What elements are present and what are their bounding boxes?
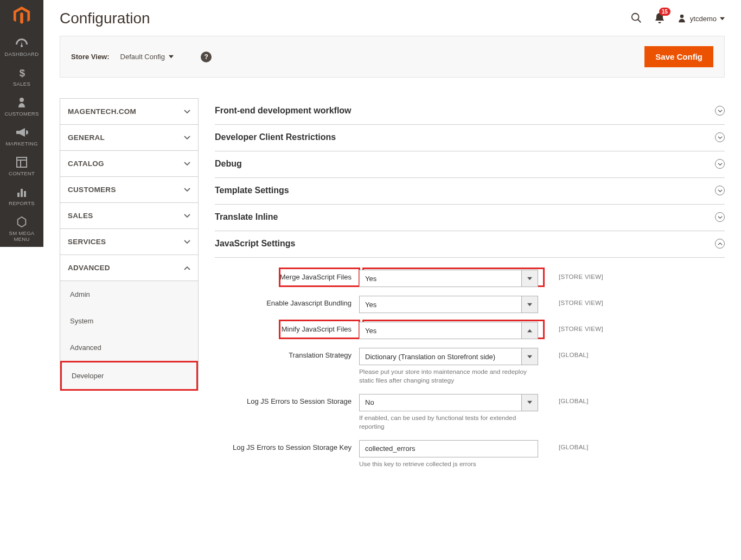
storeview-switcher[interactable]: Default Config	[120, 53, 174, 61]
nav-label: CONTENT	[0, 170, 43, 176]
subtab-developer[interactable]: Developer	[60, 361, 198, 391]
scope-label: [STORE VIEW]	[538, 322, 603, 332]
tab-label: SALES	[68, 212, 93, 220]
minify-js-select[interactable]: Yes	[359, 322, 538, 339]
section-javascript-settings[interactable]: JavaScript Settings	[215, 231, 725, 258]
tab-label: CATALOG	[68, 160, 104, 168]
tab-magentech[interactable]: MAGENTECH.COM	[60, 99, 198, 125]
tab-general[interactable]: GENERAL	[60, 125, 198, 151]
section-title: Debug	[215, 159, 242, 169]
person-icon	[0, 97, 43, 109]
svg-text:$: $	[20, 67, 25, 79]
dropdown-icon	[521, 270, 538, 287]
section-translate-inline[interactable]: Translate Inline	[215, 205, 725, 231]
section-title: Front-end development workflow	[215, 106, 352, 116]
select-value: Yes	[365, 327, 376, 335]
tab-sales[interactable]: SALES	[60, 203, 198, 229]
storeview-label: Store View:	[71, 53, 110, 61]
nav-dashboard[interactable]: DASHBOARD	[0, 31, 43, 61]
nav-label: DASHBOARD	[0, 51, 43, 57]
dollar-icon: $	[0, 67, 43, 79]
merge-js-select[interactable]: Yes	[359, 270, 538, 287]
chevron-down-icon	[720, 16, 725, 21]
section-title: Developer Client Restrictions	[215, 132, 336, 142]
nav-marketing[interactable]: MARKETING	[0, 121, 43, 151]
log-js-errors-key-input-wrap	[359, 440, 538, 457]
nav-customers[interactable]: CUSTOMERS	[0, 91, 43, 121]
section-debug[interactable]: Debug	[215, 151, 725, 178]
tab-services[interactable]: SERVICES	[60, 229, 198, 255]
page-title: Configuration	[60, 10, 150, 27]
log-js-errors-select[interactable]: No	[359, 394, 538, 411]
tab-catalog[interactable]: CATALOG	[60, 151, 198, 177]
search-icon	[630, 12, 642, 24]
chevron-down-icon	[184, 213, 190, 219]
nav-label: CUSTOMERS	[0, 111, 43, 117]
tab-advanced-children: Admin System Advanced Developer	[60, 281, 198, 391]
expand-icon	[715, 106, 725, 116]
storeview-bar: Store View: Default Config ? Save Config	[60, 36, 725, 78]
subtab-system[interactable]: System	[60, 308, 198, 334]
tab-advanced[interactable]: ADVANCED	[60, 255, 198, 281]
save-config-button[interactable]: Save Config	[644, 46, 713, 67]
tab-label: MAGENTECH.COM	[68, 107, 136, 116]
page-header: Configuration 15 ytcdemo	[60, 0, 725, 30]
section-client-restrictions[interactable]: Developer Client Restrictions	[215, 125, 725, 151]
chevron-down-icon	[184, 239, 190, 245]
nav-reports[interactable]: REPORTS	[0, 181, 43, 211]
notifications-button[interactable]: 15	[654, 12, 665, 26]
scope-label: [GLOBAL]	[538, 440, 589, 450]
section-frontend-workflow[interactable]: Front-end development workflow	[215, 98, 725, 125]
search-button[interactable]	[630, 12, 642, 26]
megaphone-icon	[0, 126, 43, 138]
select-value: Yes	[365, 301, 376, 309]
user-name: ytcdemo	[690, 15, 717, 23]
log-js-errors-key-input[interactable]	[365, 444, 532, 453]
field-note: Please put your store into maintenance m…	[359, 368, 538, 385]
main: Configuration 15 ytcdemo Store View: Def…	[43, 0, 741, 478]
field-label: Minify JavaScript Files	[215, 322, 359, 333]
chevron-up-icon	[184, 265, 190, 271]
field-label: Enable Javascript Bundling	[215, 296, 359, 307]
admin-sidebar: DASHBOARD $ SALES CUSTOMERS MARKETING CO…	[0, 0, 43, 247]
field-label: Log JS Errors to Session Storage Key	[215, 440, 359, 451]
row-enable-bundling: Enable Javascript Bundling Yes [STORE VI…	[215, 296, 725, 313]
expand-icon	[715, 132, 725, 142]
row-log-js-errors: Log JS Errors to Session Storage No If e…	[215, 394, 725, 431]
section-title: JavaScript Settings	[215, 239, 296, 249]
scope-label: [STORE VIEW]	[538, 296, 603, 306]
expand-icon	[715, 212, 725, 222]
field-note: If enabled, can be used by functional te…	[359, 414, 538, 431]
tab-label: ADVANCED	[68, 264, 110, 272]
gauge-icon	[0, 37, 43, 49]
tab-label: GENERAL	[68, 133, 105, 142]
field-label: Merge JavaScript Files	[215, 270, 359, 281]
row-minify-js: Minify JavaScript Files Yes [STORE VIEW]	[215, 322, 725, 339]
subtab-advanced[interactable]: Advanced	[60, 334, 198, 361]
storeview-help[interactable]: ?	[201, 52, 212, 62]
field-label: Translation Strategy	[215, 348, 359, 359]
expand-icon	[715, 159, 725, 169]
nav-label: MARKETING	[0, 141, 43, 147]
nav-content[interactable]: CONTENT	[0, 151, 43, 181]
nav-sm-mega-menu[interactable]: SM MEGAMENU	[0, 211, 43, 246]
layout-icon	[0, 156, 43, 168]
dropdown-icon	[521, 394, 538, 411]
tab-customers[interactable]: CUSTOMERS	[60, 177, 198, 203]
magento-logo[interactable]	[0, 0, 43, 31]
nav-sales[interactable]: $ SALES	[0, 61, 43, 91]
dropdown-icon	[521, 348, 538, 365]
row-merge-js: Merge JavaScript Files Yes [STORE VIEW]	[215, 270, 725, 287]
nav-label: SM MEGAMENU	[0, 230, 43, 242]
enable-bundling-select[interactable]: Yes	[359, 296, 538, 313]
section-template-settings[interactable]: Template Settings	[215, 178, 725, 205]
collapse-icon	[715, 239, 725, 249]
field-label: Log JS Errors to Session Storage	[215, 394, 359, 405]
config-nav: MAGENTECH.COM GENERAL CATALOG CUSTOMERS …	[60, 98, 199, 391]
user-menu[interactable]: ytcdemo	[677, 14, 725, 23]
tab-label: SERVICES	[68, 238, 106, 246]
subtab-admin[interactable]: Admin	[60, 281, 198, 308]
translation-strategy-select[interactable]: Dictionary (Translation on Storefront si…	[359, 348, 538, 365]
chevron-down-icon	[169, 54, 174, 59]
nav-label: REPORTS	[0, 200, 43, 206]
